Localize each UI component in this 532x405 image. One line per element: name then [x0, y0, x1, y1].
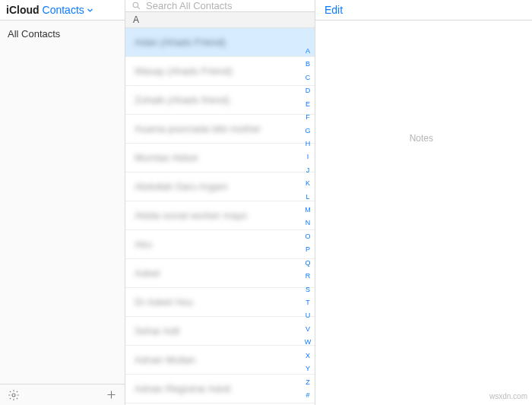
index-letter[interactable]: L	[306, 193, 309, 201]
notes-label: Notes	[410, 133, 433, 144]
index-letter[interactable]: D	[306, 87, 311, 94]
index-letter[interactable]: T	[306, 299, 310, 306]
detail-pane: Edit Notes	[315, 0, 532, 405]
contact-row[interactable]: Abida social worker mayo	[125, 201, 315, 230]
index-letter[interactable]: O	[305, 233, 310, 240]
contact-row[interactable]: Adnan Multan	[125, 346, 315, 375]
index-letter[interactable]: K	[306, 179, 310, 187]
index-letter[interactable]: #	[306, 391, 309, 399]
index-letter[interactable]: Y	[306, 365, 310, 372]
index-letter[interactable]: E	[306, 100, 310, 108]
contact-row[interactable]: Sehar Adil	[125, 317, 315, 346]
watermark: wsxdn.com	[489, 392, 527, 400]
search-input[interactable]	[146, 0, 309, 11]
contact-name: Adnan Registrar Adult	[135, 383, 230, 394]
chevron-down-icon	[87, 4, 93, 16]
contact-name: Asama poorzada bibi mother	[135, 123, 261, 134]
contact-name: Adnan Multan	[135, 354, 195, 365]
index-letter[interactable]: N	[306, 219, 311, 226]
index-letter[interactable]: A	[306, 47, 310, 55]
contact-row[interactable]: Adnan Registrar Adult	[125, 375, 315, 403]
section-label: Contacts	[43, 4, 84, 16]
index-letter[interactable]: H	[306, 140, 311, 147]
plus-icon[interactable]	[106, 389, 117, 400]
index-letter[interactable]: Q	[305, 259, 310, 267]
index-letter[interactable]: B	[306, 60, 310, 68]
index-letter[interactable]: X	[306, 352, 310, 359]
contact-name: Sehar Adil	[135, 325, 179, 337]
detail-body: Notes	[315, 21, 532, 405]
contact-row[interactable]: Adan (Ahads Friend)	[125, 28, 315, 57]
contact-name: Abu	[135, 239, 152, 250]
contact-row[interactable]: Adeel	[125, 259, 315, 288]
index-letter[interactable]: V	[306, 325, 310, 333]
contact-row[interactable]: Mumtaz Abbot	[125, 144, 315, 172]
index-letter[interactable]: G	[305, 127, 310, 134]
search-row	[125, 0, 315, 12]
contact-row[interactable]: Abu	[125, 230, 315, 259]
contact-name: Adeel	[135, 267, 160, 279]
brand-label: iCloud	[6, 4, 40, 16]
section-dropdown[interactable]: Contacts	[43, 4, 93, 16]
contact-name: Mumtaz Abbot	[135, 152, 198, 163]
contact-row[interactable]: Wasay (Ahads Friend)	[125, 57, 315, 86]
index-letter[interactable]: S	[306, 286, 310, 293]
svg-point-0	[12, 394, 15, 397]
contact-name: Zohaib (Ahads friend)	[135, 94, 230, 106]
contact-name: Dr Adeel Hou	[135, 296, 193, 308]
contact-list-pane: A Adan (Ahads Friend)Wasay (Ahads Friend…	[125, 0, 315, 405]
edit-button[interactable]: Edit	[325, 4, 343, 16]
contact-row[interactable]: Asama poorzada bibi mother	[125, 115, 315, 144]
contact-name: Abdullah Dars Argam	[135, 181, 228, 192]
alpha-index[interactable]: ABCDEFGHIJKLMNOPQRSTUVWXYZ#	[302, 47, 313, 399]
groups-sidebar: iCloud Contacts All Contacts	[0, 0, 125, 405]
contact-name: Wasay (Ahads Friend)	[135, 65, 233, 77]
index-letter[interactable]: Z	[306, 378, 310, 386]
index-letter[interactable]: F	[306, 113, 310, 121]
sidebar-footer	[0, 384, 125, 405]
app-root: iCloud Contacts All Contacts	[0, 0, 532, 405]
contact-name: Adan (Ahads Friend)	[135, 36, 226, 48]
index-letter[interactable]: P	[306, 245, 310, 253]
contact-name: Abida social worker mayo	[135, 210, 247, 221]
search-icon	[131, 1, 141, 11]
section-header: A	[125, 12, 315, 28]
svg-point-1	[133, 2, 138, 8]
contact-row[interactable]: Zohaib (Ahads friend)	[125, 86, 315, 115]
detail-header: Edit	[315, 0, 532, 21]
sidebar-header: iCloud Contacts	[0, 0, 125, 21]
index-letter[interactable]: J	[306, 166, 310, 174]
contacts-container: Adan (Ahads Friend)Wasay (Ahads Friend)Z…	[125, 28, 315, 405]
contact-row[interactable]: Abdullah Dars Argam	[125, 172, 315, 201]
gear-icon[interactable]	[8, 389, 20, 401]
sidebar-item-all-contacts[interactable]: All Contacts	[0, 21, 125, 47]
index-letter[interactable]: I	[307, 153, 309, 160]
index-letter[interactable]: W	[305, 338, 312, 346]
index-letter[interactable]: M	[305, 206, 311, 214]
contact-row[interactable]: Dr Adeel Hou	[125, 288, 315, 317]
index-letter[interactable]: R	[306, 272, 311, 280]
index-letter[interactable]: C	[306, 74, 311, 81]
index-letter[interactable]: U	[306, 312, 311, 319]
